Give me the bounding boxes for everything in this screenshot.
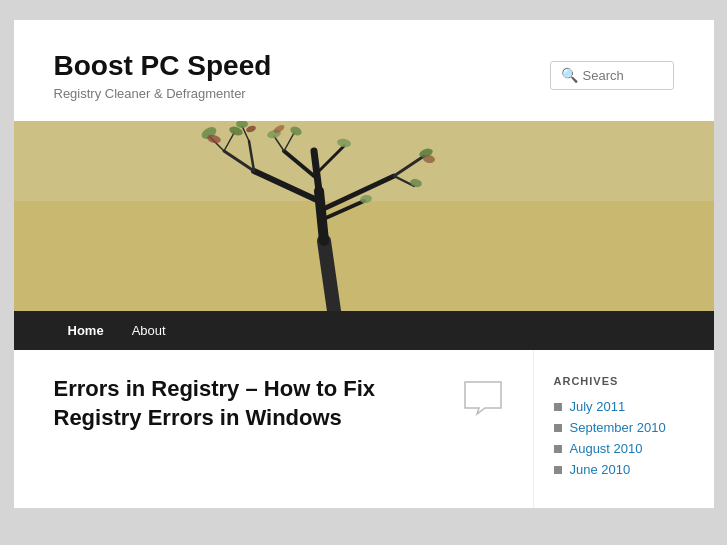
archive-item: September 2010 (554, 420, 694, 435)
page-wrapper: Boost PC Speed Registry Cleaner & Defrag… (14, 20, 714, 508)
hero-image (14, 121, 714, 311)
archive-link-july-2011[interactable]: July 2011 (570, 399, 626, 414)
hero-svg (14, 121, 714, 311)
nav-item-about[interactable]: About (118, 311, 180, 350)
search-icon: 🔍 (561, 67, 578, 84)
svg-line-2 (324, 241, 334, 311)
search-box[interactable]: 🔍 (550, 61, 674, 90)
comment-bubble (463, 380, 503, 420)
archive-item: July 2011 (554, 399, 694, 414)
site-nav: Home About (14, 311, 714, 350)
nav-item-home[interactable]: Home (54, 311, 118, 350)
content-area: Errors in Registry – How to Fix Registry… (14, 350, 714, 508)
site-header: Boost PC Speed Registry Cleaner & Defrag… (14, 20, 714, 121)
archive-link-sep-2010[interactable]: September 2010 (570, 420, 666, 435)
post-title: Errors in Registry – How to Fix Registry… (54, 375, 503, 432)
main-content: Errors in Registry – How to Fix Registry… (14, 350, 534, 508)
archive-bullet (554, 424, 562, 432)
archive-item: June 2010 (554, 462, 694, 477)
site-branding: Boost PC Speed Registry Cleaner & Defrag… (54, 50, 272, 101)
archive-link-aug-2010[interactable]: August 2010 (570, 441, 643, 456)
site-title: Boost PC Speed (54, 50, 272, 82)
archive-bullet (554, 445, 562, 453)
archive-bullet (554, 466, 562, 474)
site-tagline: Registry Cleaner & Defragmenter (54, 86, 272, 101)
archive-link-jun-2010[interactable]: June 2010 (570, 462, 631, 477)
archive-item: August 2010 (554, 441, 694, 456)
archive-bullet (554, 403, 562, 411)
archives-heading: ARCHIVES (554, 375, 694, 387)
sidebar: ARCHIVES July 2011 September 2010 August… (534, 350, 714, 508)
archive-list: July 2011 September 2010 August 2010 Jun… (554, 399, 694, 477)
search-input[interactable] (583, 68, 663, 83)
